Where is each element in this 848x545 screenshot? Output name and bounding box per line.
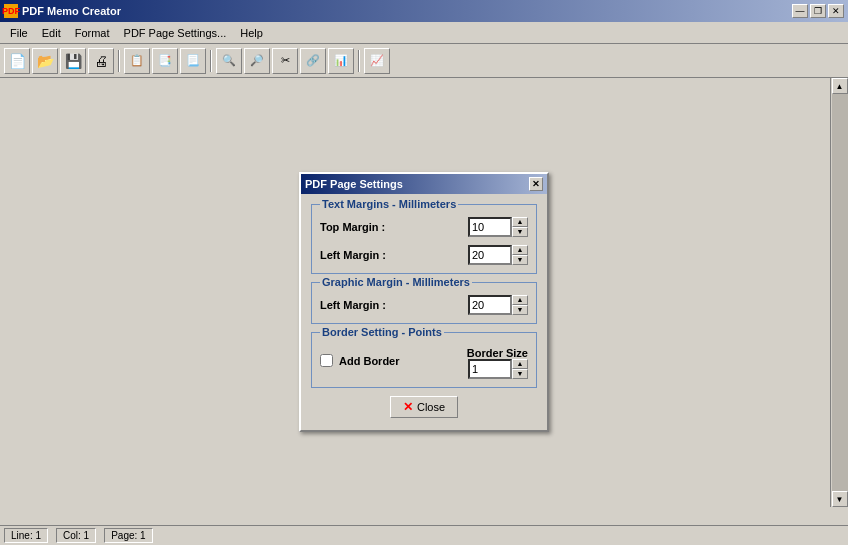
pdf-page-settings-dialog: PDF Page Settings ✕ Text Margins - Milli… xyxy=(299,172,549,432)
title-bar-left: PDF PDF Memo Creator xyxy=(4,4,121,18)
border-size-spin-buttons: ▲ ▼ xyxy=(512,359,528,379)
toolbar-btn7[interactable]: 📃 xyxy=(180,48,206,74)
dialog-title: PDF Page Settings xyxy=(305,178,403,190)
border-setting-group: Border Setting - Points Add Border Borde… xyxy=(311,332,537,388)
graphic-margin-group: Graphic Margin - Millimeters Left Margin… xyxy=(311,282,537,324)
toolbar-open[interactable]: 📂 xyxy=(32,48,58,74)
top-margin-label: Top Margin : xyxy=(320,221,385,233)
restore-button[interactable]: ❐ xyxy=(810,4,826,18)
text-left-margin-row: Left Margin : ▲ ▼ xyxy=(320,245,528,265)
toolbar-btn6[interactable]: 📑 xyxy=(152,48,178,74)
add-border-row: Add Border xyxy=(320,354,400,367)
title-bar-buttons: — ❐ ✕ xyxy=(792,4,844,18)
toolbar-btn8[interactable]: 🔍 xyxy=(216,48,242,74)
close-x-icon: ✕ xyxy=(403,400,413,414)
dialog-close-x-button[interactable]: ✕ xyxy=(529,177,543,191)
status-line: Line: 1 xyxy=(4,528,48,543)
border-size-input[interactable] xyxy=(468,359,512,379)
close-dialog-button[interactable]: ✕ Close xyxy=(390,396,458,418)
toolbar-btn11[interactable]: 🔗 xyxy=(300,48,326,74)
menu-edit[interactable]: Edit xyxy=(36,25,67,41)
close-app-button[interactable]: ✕ xyxy=(828,4,844,18)
menu-bar: File Edit Format PDF Page Settings... He… xyxy=(0,22,848,44)
top-margin-up-button[interactable]: ▲ xyxy=(512,217,528,227)
app-icon: PDF xyxy=(4,4,18,18)
toolbar: 📄 📂 💾 🖨 📋 📑 📃 🔍 🔎 ✂ 🔗 📊 📈 xyxy=(0,44,848,78)
close-button-label: Close xyxy=(417,401,445,413)
border-size-container: Border Size ▲ ▼ xyxy=(467,343,528,379)
menu-pdf-page-settings[interactable]: PDF Page Settings... xyxy=(118,25,233,41)
graphic-left-margin-input[interactable] xyxy=(468,295,512,315)
toolbar-btn13[interactable]: 📈 xyxy=(364,48,390,74)
toolbar-print[interactable]: 🖨 xyxy=(88,48,114,74)
border-size-up-button[interactable]: ▲ xyxy=(512,359,528,369)
dialog-title-bar: PDF Page Settings ✕ xyxy=(301,174,547,194)
top-margin-down-button[interactable]: ▼ xyxy=(512,227,528,237)
graphic-left-margin-spin-buttons: ▲ ▼ xyxy=(512,295,528,315)
toolbar-save[interactable]: 💾 xyxy=(60,48,86,74)
text-left-margin-up-button[interactable]: ▲ xyxy=(512,245,528,255)
title-bar: PDF PDF Memo Creator — ❐ ✕ xyxy=(0,0,848,22)
graphic-left-margin-up-button[interactable]: ▲ xyxy=(512,295,528,305)
top-margin-spinbox: ▲ ▼ xyxy=(468,217,528,237)
toolbar-sep-3 xyxy=(358,50,360,72)
add-border-label: Add Border xyxy=(339,355,400,367)
dialog-footer: ✕ Close xyxy=(311,396,537,424)
text-left-margin-input[interactable] xyxy=(468,245,512,265)
border-size-label: Border Size xyxy=(467,347,528,359)
border-size-spinbox: ▲ ▼ xyxy=(468,359,528,379)
graphic-left-margin-label: Left Margin : xyxy=(320,299,386,311)
app-title: PDF Memo Creator xyxy=(22,5,121,17)
toolbar-sep-2 xyxy=(210,50,212,72)
text-left-margin-label: Left Margin : xyxy=(320,249,386,261)
status-page: Page: 1 xyxy=(104,528,152,543)
toolbar-btn10[interactable]: ✂ xyxy=(272,48,298,74)
text-left-margin-down-button[interactable]: ▼ xyxy=(512,255,528,265)
status-bar: Line: 1 Col: 1 Page: 1 xyxy=(0,525,848,545)
app-icon-text: PDF xyxy=(2,6,20,16)
dialog-overlay: PDF Page Settings ✕ Text Margins - Milli… xyxy=(0,78,848,525)
status-col: Col: 1 xyxy=(56,528,96,543)
menu-help[interactable]: Help xyxy=(234,25,269,41)
minimize-button[interactable]: — xyxy=(792,4,808,18)
top-margin-input[interactable] xyxy=(468,217,512,237)
text-left-margin-spin-buttons: ▲ ▼ xyxy=(512,245,528,265)
text-margins-group: Text Margins - Millimeters Top Margin : … xyxy=(311,204,537,274)
main-area: ▲ ▼ PDF Page Settings ✕ Text Margins - M… xyxy=(0,78,848,525)
text-margins-legend: Text Margins - Millimeters xyxy=(320,198,458,210)
toolbar-btn5[interactable]: 📋 xyxy=(124,48,150,74)
toolbar-sep-1 xyxy=(118,50,120,72)
menu-format[interactable]: Format xyxy=(69,25,116,41)
toolbar-btn12[interactable]: 📊 xyxy=(328,48,354,74)
graphic-left-margin-down-button[interactable]: ▼ xyxy=(512,305,528,315)
border-setting-legend: Border Setting - Points xyxy=(320,326,444,338)
dialog-body: Text Margins - Millimeters Top Margin : … xyxy=(301,194,547,430)
menu-file[interactable]: File xyxy=(4,25,34,41)
graphic-margin-legend: Graphic Margin - Millimeters xyxy=(320,276,472,288)
toolbar-new[interactable]: 📄 xyxy=(4,48,30,74)
text-left-margin-spinbox: ▲ ▼ xyxy=(468,245,528,265)
top-margin-row: Top Margin : ▲ ▼ xyxy=(320,217,528,237)
graphic-left-margin-spinbox: ▲ ▼ xyxy=(468,295,528,315)
toolbar-btn9[interactable]: 🔎 xyxy=(244,48,270,74)
border-size-down-button[interactable]: ▼ xyxy=(512,369,528,379)
add-border-checkbox[interactable] xyxy=(320,354,333,367)
graphic-left-margin-row: Left Margin : ▲ ▼ xyxy=(320,295,528,315)
top-margin-spin-buttons: ▲ ▼ xyxy=(512,217,528,237)
